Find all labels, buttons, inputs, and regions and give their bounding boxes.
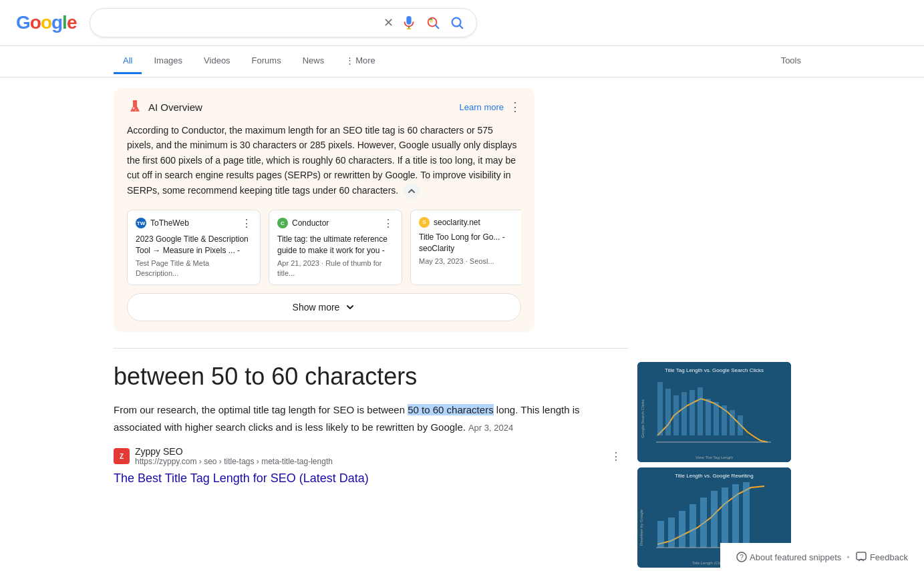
chart-thumbnail-1[interactable]: Title Tag Length vs. Google Search Click… [637, 362, 791, 462]
svg-rect-20 [730, 410, 735, 435]
flask-icon [127, 99, 143, 115]
source-card-seoclarity[interactable]: S seoclarity.net Title Too Long for Go..… [410, 210, 521, 285]
svg-rect-33 [722, 488, 728, 548]
source-card-snippet: Test Page Title & Meta Description... [136, 258, 252, 278]
footer: ? About featured snippets • Feedback [720, 543, 924, 571]
source-info: Z Zyppy SEO https://zyppy.com › seo › ti… [114, 446, 621, 466]
lens-icon [426, 15, 440, 30]
svg-rect-28 [668, 518, 675, 548]
learn-more-button[interactable]: Learn more [460, 102, 504, 112]
svg-rect-19 [722, 405, 727, 435]
source-card-header-2: C Conductor ⋮ [277, 217, 394, 230]
svg-rect-12 [665, 389, 671, 435]
favicon-conductor: C [277, 218, 288, 228]
tab-images[interactable]: Images [144, 49, 192, 74]
svg-rect-34 [732, 484, 739, 548]
ai-overview-title: AI Overview [127, 99, 202, 115]
ai-overview-header: AI Overview Learn more ⋮ [127, 99, 521, 115]
clear-icon[interactable]: ✕ [383, 15, 394, 30]
tab-tools[interactable]: Tools [772, 49, 810, 74]
mic-button[interactable] [400, 14, 418, 31]
ai-overview-menu-button[interactable]: ⋮ [509, 100, 521, 114]
source-card-text: 2023 Google Title & Description Tool → M… [136, 234, 252, 256]
tab-forums[interactable]: Forums [243, 49, 291, 74]
search-submit-button[interactable] [448, 14, 466, 31]
svg-text:Google Search Clicks: Google Search Clicks [641, 399, 645, 438]
svg-rect-15 [689, 390, 695, 435]
tab-videos[interactable]: Videos [194, 49, 240, 74]
source-card-conductor[interactable]: C Conductor ⋮ Title tag: the ultimate re… [269, 210, 402, 285]
svg-rect-32 [711, 491, 718, 548]
chevron-up-icon [408, 187, 416, 195]
favicon-seoclarity: S [419, 217, 430, 228]
source-site-name-3: seoclarity.net [434, 218, 480, 227]
svg-rect-27 [657, 521, 664, 548]
tab-news[interactable]: News [293, 49, 334, 74]
feedback-icon [855, 551, 867, 563]
svg-rect-13 [673, 395, 679, 435]
about-snippets-link[interactable]: ? About featured snippets [736, 552, 841, 562]
svg-point-6 [133, 108, 135, 110]
svg-rect-30 [689, 504, 696, 548]
nav-tabs: All Images Videos Forums News ⋮ More Too… [0, 46, 924, 77]
svg-rect-11 [657, 382, 663, 435]
show-more-button[interactable]: Show more [127, 293, 521, 321]
source-card-snippet-3: May 23, 2023 · Seosl... [419, 256, 521, 266]
source-card-text-2: Title tag: the ultimate reference guide … [277, 234, 394, 256]
source-site-name: ToTheWeb [150, 218, 189, 228]
search-bar: seo title character limit ✕ [90, 8, 477, 37]
help-icon: ? [736, 552, 747, 562]
source-card-header: TW ToTheWeb ⋮ [136, 217, 252, 230]
collapse-button[interactable] [404, 183, 420, 199]
svg-rect-14 [681, 392, 687, 435]
source-card-text-3: Title Too Long for Go... - seoClarity [419, 232, 521, 254]
featured-snippet-right: Title Tag Length vs. Google Search Click… [637, 362, 791, 568]
source-cards: TW ToTheWeb ⋮ 2023 Google Title & Descri… [127, 210, 521, 285]
feedback-button[interactable]: Feedback [855, 551, 908, 563]
source-logo-zyppy: Z [114, 448, 130, 464]
source-url: https://zyppy.com › seo › title-tags › m… [135, 457, 333, 466]
svg-rect-35 [743, 482, 750, 548]
result-link[interactable]: The Best Title Tag Length for SEO (Lates… [114, 471, 621, 486]
lens-button[interactable] [424, 14, 442, 31]
header: Google seo title character limit ✕ [0, 0, 924, 46]
mic-icon [402, 15, 416, 30]
source-card-totheweb[interactable]: TW ToTheWeb ⋮ 2023 Google Title & Descri… [127, 210, 261, 285]
main-content: AI Overview Learn more ⋮ According to Co… [0, 77, 924, 571]
chart-svg-1: Title Tag Length vs. Google Search Click… [637, 362, 791, 462]
source-details: Zyppy SEO https://zyppy.com › seo › titl… [135, 446, 333, 466]
source-card-header-3: S seoclarity.net [419, 217, 521, 228]
tab-all[interactable]: All [114, 49, 142, 74]
search-input[interactable]: seo title character limit [101, 17, 377, 29]
svg-rect-17 [706, 399, 711, 435]
featured-body: From our research, the optimal title tag… [114, 401, 621, 435]
search-icon [450, 15, 464, 30]
featured-snippet-left: between 50 to 60 characters From our res… [114, 362, 621, 568]
section-divider [114, 348, 628, 349]
source-options-button[interactable]: ⋮ [611, 450, 621, 463]
ai-overview-panel: AI Overview Learn more ⋮ According to Co… [114, 88, 534, 332]
source-site-name-2: Conductor [292, 218, 329, 228]
svg-text:Rewritten by Google: Rewritten by Google [639, 509, 643, 546]
ai-overview-actions: Learn more ⋮ [460, 100, 521, 114]
source-card-menu-2[interactable]: ⋮ [383, 217, 394, 230]
svg-text:Title Tag Length vs. Google Se: Title Tag Length vs. Google Search Click… [665, 367, 764, 373]
featured-heading: between 50 to 60 characters [114, 362, 621, 391]
svg-point-7 [135, 110, 136, 111]
svg-rect-18 [714, 402, 719, 435]
highlighted-text: 50 to 60 characters [408, 404, 493, 415]
svg-rect-29 [679, 511, 685, 548]
tab-more[interactable]: ⋮ More [336, 49, 385, 74]
featured-snippet: between 50 to 60 characters From our res… [114, 362, 810, 568]
svg-line-5 [460, 25, 463, 28]
featured-date: Apr 3, 2024 [468, 423, 513, 433]
source-card-menu[interactable]: ⋮ [241, 217, 252, 230]
favicon-totheweb: TW [136, 218, 146, 228]
svg-text:?: ? [740, 554, 744, 561]
svg-text:View The Tag Length: View The Tag Length [696, 455, 733, 459]
svg-rect-21 [738, 415, 743, 435]
svg-rect-31 [700, 498, 707, 548]
svg-text:Title Length vs. Google Rewrit: Title Length vs. Google Rewriting [675, 473, 754, 479]
google-logo[interactable]: Google [16, 12, 76, 33]
svg-rect-16 [698, 387, 703, 435]
